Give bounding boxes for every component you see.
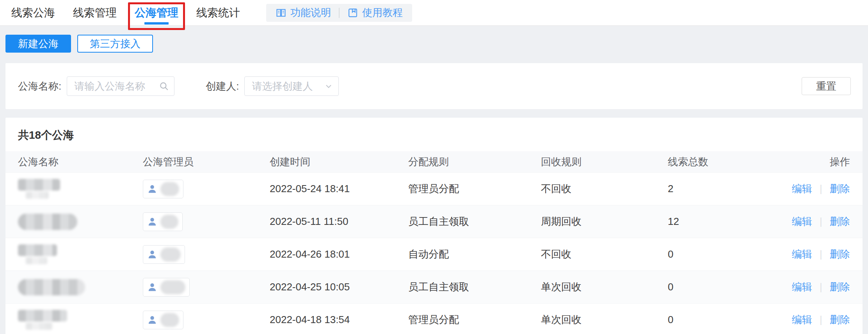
table-header-row: 公海名称 公海管理员 创建时间 分配规则 回收规则 线索总数 操作: [5, 151, 863, 172]
edit-link[interactable]: 编辑: [792, 281, 812, 293]
recycle-rule: 不回收: [541, 247, 668, 261]
redacted-pool-name: [18, 279, 85, 295]
recycle-rule: 不回收: [541, 182, 668, 196]
table-summary: 共18个公海: [5, 118, 863, 151]
tab-label: 公海管理: [135, 5, 178, 20]
col-header-created-time: 创建时间: [270, 155, 408, 169]
active-tab-underline: [144, 22, 169, 25]
pool-admin-badge: [143, 311, 183, 329]
pool-table-card: 共18个公海 公海名称 公海管理员 创建时间 分配规则 回收规则 线索总数 操作…: [5, 118, 863, 334]
nav-tabs: 线索公海 线索管理 公海管理 线索统计: [5, 0, 252, 25]
recycle-rule: 单次回收: [541, 313, 668, 327]
person-icon: [147, 217, 157, 227]
delete-link[interactable]: 删除: [830, 281, 850, 293]
col-header-pool-name: 公海名称: [18, 155, 143, 169]
tab-lead-pool[interactable]: 线索公海: [5, 0, 61, 25]
redacted-pool-name: [18, 214, 77, 230]
table-row: 2022-04-26 18:01 自动分配 不回收 0 编辑 | 删除: [5, 238, 863, 270]
lead-count: 2: [668, 183, 781, 195]
assign-rule: 管理员分配: [408, 182, 541, 196]
created-time: 2022-04-18 13:54: [270, 314, 408, 326]
tab-lead-statistics[interactable]: 线索统计: [190, 0, 246, 25]
feature-description-link[interactable]: 功能说明: [276, 6, 331, 19]
pool-admin-badge: [143, 278, 190, 297]
lead-count: 0: [668, 281, 781, 293]
tab-label: 线索公海: [11, 5, 55, 20]
redacted-pool-name: [18, 244, 57, 264]
table-row: 2022-04-18 13:54 管理员分配 单次回收 0 编辑 | 删除: [5, 303, 863, 334]
person-icon: [147, 315, 157, 325]
edit-link[interactable]: 编辑: [792, 248, 812, 260]
tutorial-icon: [347, 7, 358, 18]
feature-description-label: 功能说明: [290, 6, 331, 19]
search-icon: [159, 81, 169, 91]
tab-lead-management[interactable]: 线索管理: [67, 0, 123, 25]
tutorial-label: 使用教程: [362, 6, 403, 19]
pool-name-label: 公海名称:: [18, 80, 61, 93]
toolbar: 新建公海 第三方接入: [0, 26, 868, 53]
lead-count: 0: [668, 248, 781, 260]
assign-rule: 自动分配: [408, 247, 541, 261]
redacted-pool-name: [18, 179, 60, 199]
col-header-pool-admin: 公海管理员: [143, 155, 270, 169]
pool-name-input-wrap: [67, 76, 174, 96]
created-time: 2022-04-26 18:01: [270, 248, 408, 260]
person-icon: [147, 249, 157, 260]
edit-link[interactable]: 编辑: [792, 314, 812, 325]
col-header-assign-rule: 分配规则: [408, 155, 541, 169]
created-time: 2022-04-25 10:05: [270, 281, 408, 293]
lead-count: 12: [668, 216, 781, 228]
book-icon: [276, 7, 286, 18]
created-time: 2022-05-11 11:50: [270, 216, 408, 228]
table-row: 2022-05-24 18:41 管理员分配 不回收 2 编辑 | 删除: [5, 172, 863, 205]
top-navbar: 线索公海 线索管理 公海管理 线索统计 功能说明 使用教程: [0, 0, 868, 26]
redacted-admin-name: [160, 182, 179, 196]
tutorial-link[interactable]: 使用教程: [347, 6, 403, 19]
action-separator: |: [820, 248, 822, 260]
lead-count: 0: [668, 314, 781, 326]
chevron-down-icon: [324, 81, 333, 91]
delete-link[interactable]: 删除: [830, 183, 850, 194]
pool-admin-badge: [143, 245, 185, 264]
delete-link[interactable]: 删除: [830, 216, 850, 227]
col-header-recycle-rule: 回收规则: [541, 155, 668, 169]
pool-name-input[interactable]: [67, 76, 174, 96]
assign-rule: 管理员分配: [408, 313, 541, 327]
pool-admin-badge: [143, 212, 183, 231]
redacted-admin-name: [160, 313, 179, 327]
third-party-access-button[interactable]: 第三方接入: [77, 35, 153, 53]
reset-button[interactable]: 重置: [802, 77, 851, 95]
new-pool-button[interactable]: 新建公海: [5, 35, 71, 53]
delete-link[interactable]: 删除: [830, 314, 850, 325]
assign-rule: 员工自主领取: [408, 280, 541, 294]
action-separator: |: [820, 216, 822, 227]
creator-select-wrap: 请选择创建人: [244, 76, 339, 96]
redacted-admin-name: [160, 247, 181, 262]
table-row: 2022-04-25 10:05 员工自主领取 单次回收 0 编辑 | 删除: [5, 270, 863, 303]
tab-label: 线索统计: [196, 5, 240, 20]
action-separator: |: [820, 183, 822, 194]
redacted-admin-name: [160, 215, 178, 229]
edit-link[interactable]: 编辑: [792, 216, 812, 227]
tab-label: 线索管理: [73, 5, 117, 20]
recycle-rule: 单次回收: [541, 280, 668, 294]
table-row: 2022-05-11 11:50 员工自主领取 周期回收 12 编辑 | 删除: [5, 205, 863, 238]
action-separator: |: [820, 314, 822, 325]
delete-link[interactable]: 删除: [830, 248, 850, 260]
assign-rule: 员工自主领取: [408, 215, 541, 228]
created-time: 2022-05-24 18:41: [270, 183, 408, 195]
edit-link[interactable]: 编辑: [792, 183, 812, 194]
help-divider: [339, 8, 340, 18]
pool-admin-badge: [143, 180, 183, 198]
redacted-admin-name: [160, 280, 185, 294]
help-pill: 功能说明 使用教程: [266, 4, 412, 22]
person-icon: [147, 184, 157, 194]
creator-label: 创建人:: [206, 80, 239, 93]
action-separator: |: [820, 281, 822, 293]
col-header-lead-count: 线索总数: [668, 155, 781, 169]
redacted-pool-name: [18, 310, 67, 330]
filter-bar: 公海名称: 创建人: 请选择创建人 重置: [5, 63, 863, 109]
tab-pool-management[interactable]: 公海管理: [129, 0, 184, 25]
person-icon: [147, 282, 157, 292]
recycle-rule: 周期回收: [541, 215, 668, 228]
